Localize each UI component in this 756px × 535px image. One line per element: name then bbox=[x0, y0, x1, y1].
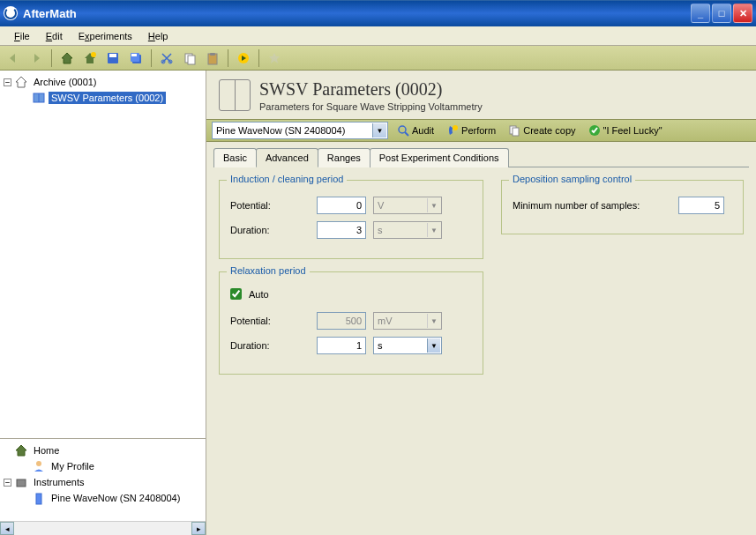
menu-help[interactable]: Help bbox=[141, 29, 176, 43]
action-bar: Pine WaveNow (SN 2408004) ▼ Audit Perfor… bbox=[206, 119, 756, 142]
tree-node-profile[interactable]: My Profile bbox=[21, 458, 202, 474]
induction-potential-unit[interactable]: V▼ bbox=[373, 197, 442, 214]
cut-button[interactable] bbox=[157, 48, 176, 68]
tree-node-instrument[interactable]: Pine WaveNow (SN 2408004) bbox=[21, 490, 202, 506]
minimize-button[interactable]: _ bbox=[691, 4, 710, 23]
tab-ranges[interactable]: Ranges bbox=[318, 148, 371, 167]
tree-label[interactable]: My Profile bbox=[49, 460, 97, 472]
lucky-icon bbox=[588, 124, 601, 137]
deposition-legend: Deposition sampling control bbox=[509, 174, 635, 184]
home-tree[interactable]: Home My Profile − Instruments Pine WaveN… bbox=[0, 438, 206, 535]
induction-group: Induction / cleaning period Potential: V… bbox=[219, 180, 483, 259]
tree-node-instruments[interactable]: − Instruments bbox=[4, 474, 202, 490]
svg-rect-22 bbox=[513, 128, 519, 136]
chevron-down-icon: ▼ bbox=[427, 314, 440, 328]
svg-point-15 bbox=[36, 461, 41, 466]
profile-icon bbox=[32, 459, 46, 473]
relaxation-potential-label: Potential: bbox=[230, 316, 310, 326]
home-button[interactable] bbox=[57, 48, 77, 68]
induction-potential-label: Potential: bbox=[230, 200, 310, 211]
tree-node-home[interactable]: Home bbox=[4, 442, 202, 458]
relaxation-duration-input[interactable] bbox=[317, 337, 366, 354]
perform-label: Perform bbox=[461, 125, 496, 136]
create-copy-button[interactable]: Create copy bbox=[505, 123, 579, 138]
content-area: SWSV Parameters (0002) Parameters for Sq… bbox=[206, 71, 756, 535]
audit-button[interactable]: Audit bbox=[393, 123, 438, 138]
tab-advanced[interactable]: Advanced bbox=[256, 148, 318, 167]
archive-tree[interactable]: − Archive (0001) SWSV Parameters (0002) bbox=[0, 71, 206, 438]
relaxation-duration-unit[interactable]: s▼ bbox=[373, 337, 442, 354]
relaxation-auto-checkbox[interactable] bbox=[230, 288, 242, 300]
perform-icon bbox=[446, 124, 459, 137]
favorite-button bbox=[265, 48, 284, 68]
tab-post-experiment[interactable]: Post Experiment Conditions bbox=[370, 148, 509, 167]
tree-node-archive[interactable]: − Archive (0001) bbox=[4, 74, 202, 90]
content-header: SWSV Parameters (0002) Parameters for Sq… bbox=[206, 71, 756, 119]
scroll-left-button[interactable]: ◂ bbox=[0, 522, 14, 535]
svg-rect-9 bbox=[188, 56, 195, 64]
page-subtitle: Parameters for Square Wave Stripping Vol… bbox=[259, 101, 483, 112]
tree-label[interactable]: Instruments bbox=[31, 476, 86, 488]
induction-duration-input[interactable] bbox=[317, 221, 366, 239]
save-button[interactable] bbox=[103, 48, 123, 68]
tree-label[interactable]: SWSV Parameters (0002) bbox=[49, 92, 166, 104]
tab-bar: Basic Advanced Ranges Post Experiment Co… bbox=[206, 142, 756, 167]
app-icon bbox=[4, 6, 18, 20]
paste-button[interactable] bbox=[203, 48, 222, 68]
lucky-button[interactable]: "I Feel Lucky" bbox=[585, 123, 666, 138]
close-button[interactable]: ✕ bbox=[733, 4, 752, 23]
tree-label[interactable]: Archive (0001) bbox=[31, 76, 100, 88]
expander-icon[interactable]: − bbox=[4, 78, 11, 86]
menu-file[interactable]: File bbox=[7, 29, 37, 43]
params-icon bbox=[32, 91, 46, 105]
expander-icon[interactable]: − bbox=[4, 479, 11, 487]
chevron-down-icon[interactable]: ▼ bbox=[427, 223, 440, 237]
svg-rect-16 bbox=[17, 479, 26, 487]
save-all-button[interactable] bbox=[126, 48, 146, 68]
params-large-icon bbox=[219, 79, 251, 111]
svg-point-18 bbox=[399, 126, 406, 133]
lucky-label: "I Feel Lucky" bbox=[603, 125, 662, 136]
deposition-min-label: Minimum number of samples: bbox=[513, 200, 671, 211]
home-icon bbox=[14, 443, 28, 457]
svg-point-20 bbox=[453, 125, 458, 130]
tab-basic[interactable]: Basic bbox=[213, 148, 257, 167]
home-new-button[interactable] bbox=[80, 48, 100, 68]
relaxation-duration-label: Duration: bbox=[230, 340, 310, 351]
forward-button bbox=[26, 48, 46, 68]
svg-point-0 bbox=[91, 52, 96, 57]
copy-icon bbox=[508, 124, 520, 137]
copy-button[interactable] bbox=[180, 48, 199, 68]
maximize-button[interactable]: □ bbox=[712, 4, 731, 23]
tree-node-swsv[interactable]: SWSV Parameters (0002) bbox=[21, 90, 202, 106]
svg-rect-11 bbox=[210, 53, 215, 56]
device-icon bbox=[32, 491, 46, 505]
chevron-down-icon[interactable]: ▼ bbox=[372, 123, 386, 137]
induction-legend: Induction / cleaning period bbox=[227, 174, 347, 184]
device-selector[interactable]: Pine WaveNow (SN 2408004) ▼ bbox=[212, 122, 388, 139]
tab-panel-advanced: Induction / cleaning period Potential: V… bbox=[213, 167, 749, 399]
svg-rect-2 bbox=[109, 54, 116, 57]
menu-bar: File Edit Experiments Help bbox=[0, 26, 756, 46]
menu-experiments[interactable]: Experiments bbox=[71, 29, 139, 43]
instruments-icon bbox=[14, 475, 28, 489]
back-button bbox=[4, 48, 23, 68]
induction-potential-input[interactable] bbox=[317, 197, 366, 214]
relaxation-potential-unit: mV▼ bbox=[373, 312, 442, 330]
copy-label: Create copy bbox=[523, 125, 575, 136]
deposition-min-input[interactable] bbox=[678, 197, 724, 214]
chevron-down-icon[interactable]: ▼ bbox=[427, 198, 440, 212]
tree-label[interactable]: Home bbox=[31, 444, 62, 457]
perform-button[interactable]: Perform bbox=[443, 123, 499, 138]
audit-icon bbox=[397, 124, 409, 137]
relaxation-legend: Relaxation period bbox=[227, 265, 310, 276]
induction-duration-unit[interactable]: s▼ bbox=[373, 221, 442, 239]
run-button[interactable] bbox=[234, 48, 253, 68]
relaxation-auto-label: Auto bbox=[249, 289, 269, 300]
menu-edit[interactable]: Edit bbox=[39, 29, 70, 43]
scroll-right-button[interactable]: ▸ bbox=[191, 522, 206, 535]
chevron-down-icon[interactable]: ▼ bbox=[427, 338, 440, 353]
main-toolbar bbox=[0, 46, 756, 71]
horizontal-scrollbar[interactable]: ◂ ▸ bbox=[0, 521, 206, 535]
tree-label[interactable]: Pine WaveNow (SN 2408004) bbox=[49, 492, 183, 504]
